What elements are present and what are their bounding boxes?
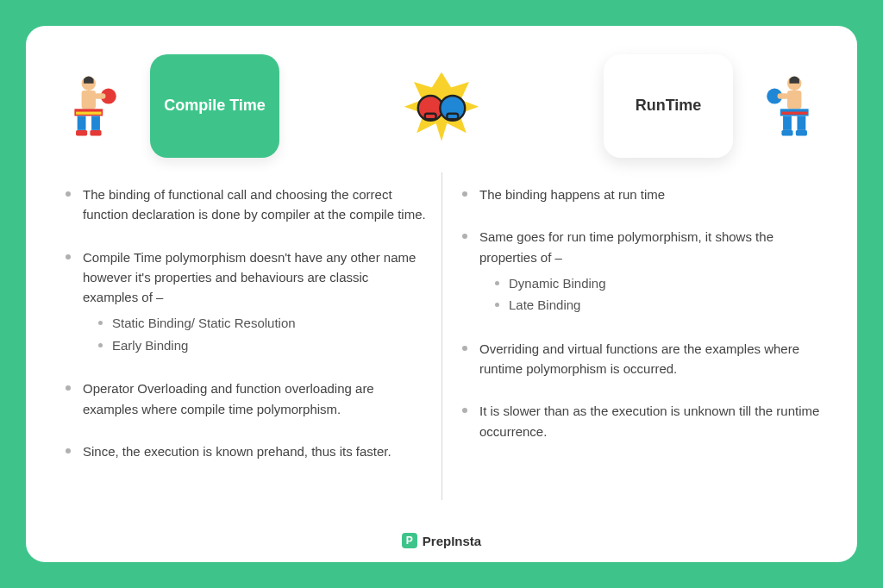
comparison-card: Compile Time	[26, 26, 857, 562]
sub-item: Late Binding	[495, 294, 823, 316]
point-item: Since, the execution is known prehand, t…	[60, 441, 426, 461]
point-text: Compile Time polymorphism doesn't have a…	[83, 250, 416, 305]
point-item: Operator Overloading and function overlo…	[60, 378, 426, 419]
svg-rect-16	[787, 91, 801, 109]
svg-rect-1	[82, 91, 96, 109]
point-text: Operator Overloading and function overlo…	[83, 381, 374, 416]
footer-brand: P PrepInsta	[60, 528, 823, 548]
sub-list: Static Binding/ Static Resolution Early …	[83, 312, 426, 356]
svg-rect-8	[76, 130, 87, 136]
sub-item: Dynamic Binding	[495, 272, 823, 295]
left-column: The binding of functional call and choos…	[60, 178, 442, 528]
column-divider	[442, 172, 442, 500]
point-item: Compile Time polymorphism doesn't have a…	[60, 247, 426, 357]
point-item: Same goes for run time polymorphism, it …	[457, 227, 823, 316]
point-text: The binding of functional call and choos…	[83, 187, 426, 222]
svg-rect-21	[797, 116, 805, 129]
point-text: The binding happens at run time	[479, 187, 665, 202]
svg-rect-18	[778, 93, 789, 99]
svg-rect-24	[781, 130, 792, 136]
svg-rect-3	[94, 93, 105, 99]
point-text: Overriding and virtual functions are the…	[479, 341, 799, 376]
svg-rect-22	[783, 116, 792, 129]
point-item: It is slower than as the execution is un…	[457, 401, 823, 441]
badge-label: Compile Time	[164, 96, 266, 116]
brand-logo-icon: P	[402, 533, 417, 548]
svg-rect-20	[781, 112, 807, 115]
vs-clash-icon	[400, 67, 483, 145]
comparison-columns: The binding of functional call and choos…	[60, 178, 823, 528]
left-header-group: Compile Time	[60, 54, 279, 158]
compile-time-badge: Compile Time	[150, 54, 279, 158]
header-row: Compile Time	[60, 50, 823, 162]
point-item: Overriding and virtual functions are the…	[457, 339, 823, 379]
svg-rect-9	[90, 130, 101, 136]
svg-rect-23	[796, 130, 807, 136]
point-text: Since, the execution is known prehand, t…	[83, 444, 391, 459]
svg-rect-6	[78, 116, 86, 129]
brand-name: PrepInsta	[423, 534, 481, 548]
left-points-list: The binding of functional call and choos…	[60, 185, 426, 461]
red-boxer-icon	[60, 71, 131, 141]
point-item: The binding of functional call and choos…	[60, 185, 426, 225]
right-column: The binding happens at run time Same goe…	[442, 178, 823, 528]
svg-rect-14	[447, 114, 458, 119]
right-header-group: RunTime	[604, 54, 823, 158]
svg-rect-7	[91, 116, 100, 129]
point-item: The binding happens at run time	[457, 185, 823, 204]
svg-rect-12	[425, 114, 436, 119]
blue-boxer-icon	[752, 71, 823, 141]
runtime-badge: RunTime	[604, 54, 733, 158]
sub-item: Static Binding/ Static Resolution	[98, 312, 426, 335]
sub-item: Early Binding	[98, 335, 426, 357]
svg-rect-5	[76, 112, 102, 115]
badge-label: RunTime	[636, 96, 702, 116]
right-points-list: The binding happens at run time Same goe…	[457, 185, 823, 441]
sub-list: Dynamic Binding Late Binding	[479, 272, 823, 316]
point-text: It is slower than as the execution is un…	[479, 403, 819, 438]
point-text: Same goes for run time polymorphism, it …	[479, 229, 773, 264]
